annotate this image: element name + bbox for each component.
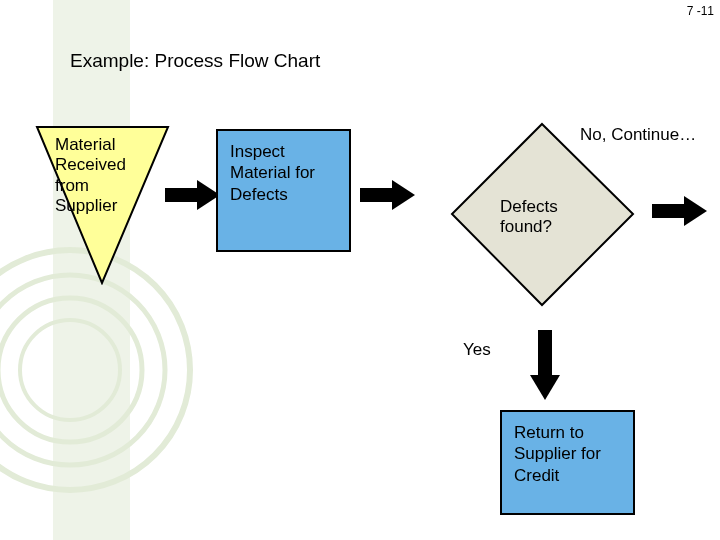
decision-node: Defects found? xyxy=(450,122,635,307)
svg-marker-8 xyxy=(392,180,415,210)
arrow-right-icon xyxy=(165,180,220,210)
arrow-down-icon xyxy=(530,330,560,400)
process-return: Return to Supplier for Credit xyxy=(500,410,635,515)
svg-rect-7 xyxy=(360,188,392,202)
svg-rect-10 xyxy=(652,204,684,218)
start-node-text: Material Received from Supplier xyxy=(55,135,155,217)
svg-rect-5 xyxy=(165,188,197,202)
start-node: Material Received from Supplier xyxy=(35,125,170,285)
page-number: 7 -11 xyxy=(687,4,714,18)
decision-node-text: Defects found? xyxy=(500,197,610,238)
slide: 7 -11 Example: Process Flow Chart Materi… xyxy=(0,0,720,540)
svg-marker-13 xyxy=(530,375,560,400)
arrow-right-icon xyxy=(652,196,707,226)
arrow-right-icon xyxy=(360,180,415,210)
svg-marker-11 xyxy=(684,196,707,226)
decision-yes-label: Yes xyxy=(463,340,491,360)
process-inspect: Inspect Material for Defects xyxy=(216,129,351,252)
decision-no-label: No, Continue… xyxy=(580,125,696,145)
slide-title: Example: Process Flow Chart xyxy=(70,50,320,72)
svg-rect-12 xyxy=(538,330,552,375)
